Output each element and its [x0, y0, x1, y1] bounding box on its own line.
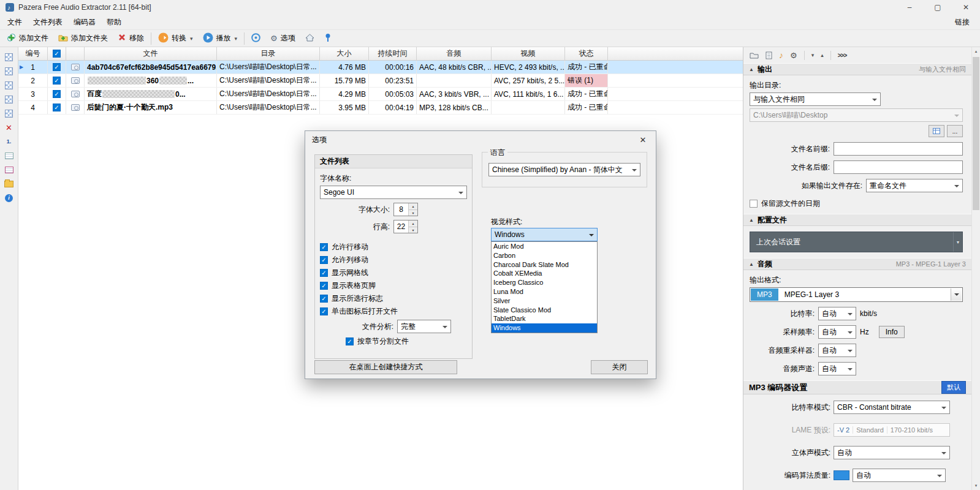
- sidebar-folder-icon[interactable]: [2, 178, 16, 190]
- stereo-combo[interactable]: 自动: [834, 446, 950, 459]
- sample-combo[interactable]: 自动: [818, 325, 856, 339]
- visual-style-option[interactable]: Auric Mod: [492, 242, 597, 251]
- sidebar-table-edit-icon[interactable]: [2, 164, 16, 176]
- default-button[interactable]: 默认: [941, 381, 966, 394]
- col-header-duration[interactable]: 持续时间: [369, 47, 417, 60]
- row-media-cell[interactable]: [66, 88, 85, 100]
- music-note-icon[interactable]: ♪: [779, 50, 783, 60]
- panel-scrollbar[interactable]: ▴ ▾: [971, 47, 980, 490]
- resampler-combo[interactable]: 自动: [818, 344, 856, 357]
- play-button[interactable]: 播放 ▾: [198, 31, 243, 46]
- select-all-checkbox[interactable]: ✓: [53, 50, 61, 58]
- channels-combo[interactable]: 自动: [818, 362, 856, 375]
- create-shortcut-button[interactable]: 在桌面上创建快捷方式: [314, 360, 457, 374]
- menu-file[interactable]: 文件: [2, 15, 28, 29]
- sidebar-grid-icon[interactable]: [2, 51, 16, 63]
- split-chapters-checkbox[interactable]: ✓ 按章节分割文件: [346, 335, 467, 348]
- visual-style-option[interactable]: Iceberg Classico: [492, 278, 597, 287]
- profile-dropdown-icon[interactable]: ▾: [953, 232, 962, 252]
- sidebar-remove-icon[interactable]: ✕: [2, 121, 16, 134]
- scroll-down-arrow[interactable]: ▾: [972, 481, 980, 490]
- menu-help[interactable]: 帮助: [101, 15, 127, 29]
- menu-filelist[interactable]: 文件列表: [28, 15, 68, 29]
- visual-style-option[interactable]: TabletDark: [492, 314, 597, 323]
- document-icon[interactable]: [765, 51, 772, 59]
- option-checkbox[interactable]: ✓显示表格页脚: [320, 279, 467, 292]
- profile-combo[interactable]: 上次会话设置 ▾: [750, 232, 963, 252]
- visual-style-option[interactable]: Cobalt XEMedia: [492, 269, 597, 278]
- chevron-up-icon[interactable]: ▴: [821, 52, 824, 58]
- table-row[interactable]: 4✓后陡门的夏·十个勤天.mp3C:\Users\喵喵\Desktop\日常..…: [18, 101, 743, 115]
- panel-gear-icon[interactable]: ⚙: [790, 51, 797, 59]
- option-checkbox[interactable]: ✓单击图标后打开文件: [320, 305, 467, 318]
- row-media-cell[interactable]: [66, 61, 85, 74]
- col-header-checkbox[interactable]: ✓: [48, 47, 66, 60]
- sidebar-grid-icon[interactable]: [2, 93, 16, 105]
- row-checkbox[interactable]: ✓: [53, 104, 61, 111]
- convert-dropdown-icon[interactable]: ▾: [190, 36, 193, 42]
- col-header-file[interactable]: 文件: [85, 47, 217, 60]
- option-checkbox[interactable]: ✓允许行移动: [320, 241, 467, 254]
- spin-down-icon[interactable]: ▾: [409, 227, 417, 233]
- menu-links[interactable]: 链接: [946, 15, 978, 29]
- audio-section-header[interactable]: ▲ 音频 MP3 - MPEG-1 Layer 3: [743, 258, 971, 270]
- dialog-close-icon[interactable]: ✕: [630, 131, 656, 149]
- add-files-button[interactable]: 添加文件: [2, 31, 53, 46]
- exists-combo[interactable]: 重命名文件: [866, 179, 963, 192]
- col-header-icon[interactable]: [66, 47, 85, 60]
- sidebar-grid-icon[interactable]: [2, 107, 16, 119]
- suffix-input[interactable]: [834, 160, 963, 174]
- remove-button[interactable]: 移除: [113, 31, 149, 46]
- output-dir-mode-combo[interactable]: 与输入文件相同: [750, 92, 881, 106]
- more-icon[interactable]: >>>: [838, 52, 847, 59]
- browse-dots-button[interactable]: ...: [947, 125, 963, 137]
- add-folder-button[interactable]: 添加文件夹: [53, 31, 113, 46]
- option-checkbox[interactable]: ✓显示所选行标志: [320, 292, 467, 305]
- col-header-dir[interactable]: 目录: [217, 47, 320, 60]
- scrollbar-thumb[interactable]: [973, 57, 979, 210]
- options-button[interactable]: ⚙ 选项: [265, 31, 300, 46]
- keep-date-checkbox[interactable]: 保留源文件的日期: [750, 198, 963, 209]
- pin-button[interactable]: [319, 31, 336, 46]
- minimize-button[interactable]: –: [895, 0, 924, 15]
- format-combo[interactable]: MP3 MPEG-1 Layer 3: [750, 287, 963, 302]
- col-header-number[interactable]: 编号: [18, 47, 48, 60]
- font-size-spinner[interactable]: 8 ▴▾: [393, 203, 418, 216]
- row-checkbox-cell[interactable]: ✓: [48, 61, 66, 74]
- row-media-cell[interactable]: [66, 101, 85, 114]
- sidebar-grid-icon[interactable]: [2, 79, 16, 91]
- bitrate-mode-combo[interactable]: CBR - Constant bitrate: [834, 401, 950, 414]
- visual-style-option[interactable]: Silver: [492, 296, 597, 306]
- font-name-combo[interactable]: Segoe UI: [320, 186, 467, 199]
- option-checkbox[interactable]: ✓允许列移动: [320, 254, 467, 266]
- table-row[interactable]: 3✓百度0...C:\Users\喵喵\Desktop\日常...4.29 MB…: [18, 88, 743, 101]
- row-checkbox-cell[interactable]: ✓: [48, 74, 66, 87]
- visual-style-option[interactable]: Charcoal Dark Slate Mod: [492, 260, 597, 270]
- prefix-input[interactable]: [834, 142, 963, 156]
- row-media-cell[interactable]: [66, 74, 85, 87]
- col-header-video[interactable]: 视频: [492, 47, 565, 60]
- menu-encoder[interactable]: 编码器: [68, 15, 101, 29]
- info-button[interactable]: Info: [879, 326, 905, 338]
- format-dropdown-button[interactable]: [951, 288, 962, 301]
- convert-info-button[interactable]: [246, 31, 265, 46]
- dialog-close-button[interactable]: 关闭: [591, 360, 648, 374]
- row-checkbox-cell[interactable]: ✓: [48, 88, 66, 100]
- row-height-spinner[interactable]: 22 ▴▾: [393, 220, 418, 233]
- spin-up-icon[interactable]: ▴: [409, 203, 417, 210]
- scroll-up-arrow[interactable]: ▴: [972, 47, 980, 56]
- mp3-section-header[interactable]: MP3 编码器设置 默认: [743, 380, 971, 394]
- table-row[interactable]: 2✓360...C:\Users\喵喵\Desktop\日常...15.79 M…: [18, 74, 743, 88]
- close-button[interactable]: ✕: [952, 0, 980, 15]
- row-checkbox[interactable]: ✓: [53, 90, 61, 98]
- chevron-down-icon[interactable]: ▾: [811, 52, 815, 58]
- quality-combo[interactable]: 自动: [853, 469, 946, 482]
- spin-down-icon[interactable]: ▾: [409, 210, 417, 216]
- col-header-audio[interactable]: 音频: [417, 47, 492, 60]
- sidebar-grid-icon[interactable]: [2, 65, 16, 77]
- sidebar-info-icon[interactable]: i: [2, 192, 16, 204]
- row-checkbox-cell[interactable]: ✓: [48, 101, 66, 114]
- browse-grid-button[interactable]: [929, 125, 944, 137]
- bitrate-combo[interactable]: 自动: [818, 307, 856, 320]
- file-analysis-combo[interactable]: 完整: [397, 320, 451, 333]
